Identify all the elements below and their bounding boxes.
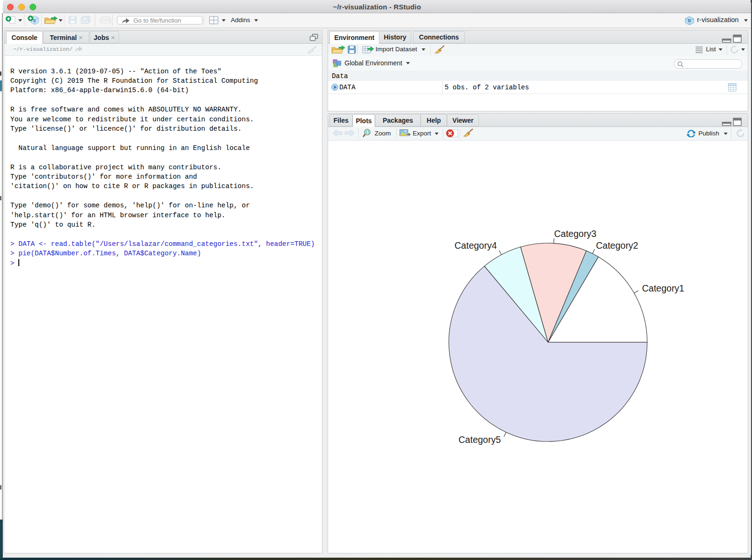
svg-text:Category2: Category2 <box>596 240 638 251</box>
svg-text:Category4: Category4 <box>454 240 497 251</box>
svg-text:R: R <box>688 18 691 23</box>
svg-text:Category3: Category3 <box>554 229 596 239</box>
svg-text:Category5: Category5 <box>459 434 501 445</box>
svg-text:Category1: Category1 <box>642 283 684 293</box>
svg-text:R: R <box>33 18 36 23</box>
